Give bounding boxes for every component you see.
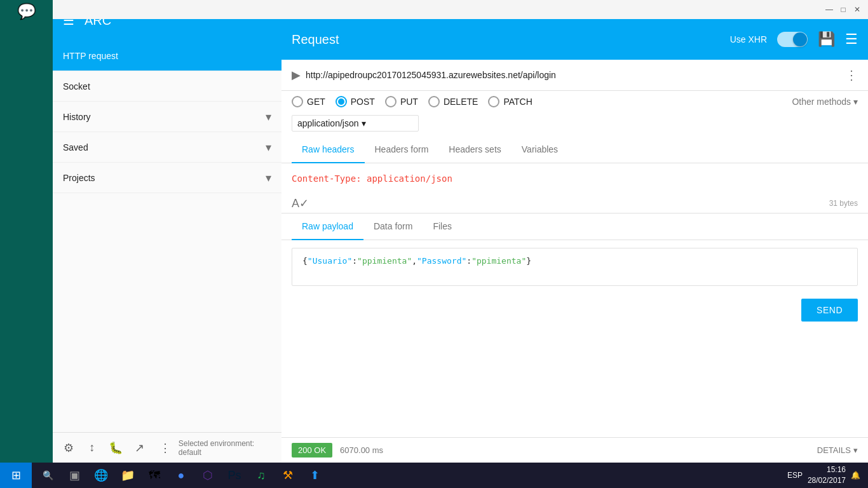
close-button[interactable]: ✕ bbox=[851, 4, 863, 15]
method-delete-label: DELETE bbox=[444, 97, 478, 107]
start-button[interactable]: ⊞ bbox=[0, 463, 32, 488]
json-value-usuario: "ppimienta" bbox=[357, 256, 412, 266]
taskbar-date: 28/02/2017 bbox=[808, 475, 846, 486]
sidebar-item-projects[interactable]: Projects ▾ bbox=[53, 163, 281, 193]
radio-post[interactable] bbox=[336, 96, 347, 107]
json-brace-open: { bbox=[302, 256, 308, 266]
taskbar-clock: 15:16 28/02/2017 bbox=[808, 464, 846, 486]
maximize-button[interactable]: □ bbox=[837, 4, 849, 15]
environment-label: Selected environment: default bbox=[179, 439, 276, 457]
top-bar: Request Use XHR 💾 ☰ bbox=[281, 19, 868, 60]
header-line: Content-Type: application/json bbox=[292, 173, 452, 184]
tab-variables[interactable]: Variables bbox=[512, 137, 568, 163]
json-key-password: "Password" bbox=[417, 256, 466, 266]
save-icon[interactable]: 💾 bbox=[818, 31, 835, 48]
taskbar-chrome[interactable]: ● bbox=[168, 464, 194, 487]
chevron-down-icon: ▾ bbox=[266, 171, 271, 185]
content-type-value: application/json bbox=[297, 118, 359, 128]
radio-delete[interactable] bbox=[428, 96, 440, 107]
method-post-label: POST bbox=[351, 97, 375, 107]
use-xhr-label: Use XHR bbox=[730, 34, 767, 44]
json-brace-close: } bbox=[526, 256, 531, 266]
tab-files[interactable]: Files bbox=[423, 214, 462, 240]
minimize-button[interactable]: — bbox=[824, 4, 835, 15]
sort-icon[interactable]: ↕ bbox=[81, 437, 102, 459]
taskbar-search[interactable]: 🔍 bbox=[34, 464, 61, 487]
content-type-select[interactable]: application/json ▾ bbox=[292, 115, 419, 132]
tab-raw-headers[interactable]: Raw headers bbox=[292, 137, 365, 163]
method-post[interactable]: POST bbox=[336, 96, 375, 107]
taskbar-vs[interactable]: ⬡ bbox=[194, 464, 221, 487]
external-link-icon[interactable]: ↗ bbox=[128, 437, 149, 459]
radio-put[interactable] bbox=[385, 96, 397, 107]
spell-check-icon[interactable]: A✓ bbox=[292, 196, 309, 210]
url-input[interactable] bbox=[306, 70, 840, 80]
xhr-toggle[interactable] bbox=[777, 32, 808, 47]
url-bar: ▶ ⋮ bbox=[281, 60, 868, 91]
taskbar-time: 15:16 bbox=[808, 464, 846, 475]
radio-patch[interactable] bbox=[488, 96, 499, 107]
sidebar-item-http-request[interactable]: HTTP request bbox=[53, 41, 281, 71]
details-label: DETAILS bbox=[817, 445, 851, 455]
other-methods-dropdown[interactable]: Other methods ▾ bbox=[792, 97, 858, 107]
sidebar-footer: ⚙ ↕ 🐛 ↗ ⋮ Selected environment: default bbox=[53, 432, 281, 463]
method-get[interactable]: GET bbox=[292, 96, 325, 107]
taskbar-items: 🔍 ▣ 🌐 📁 🗺 ● ⬡ Ps ♫ ⚒ ⬆ bbox=[32, 464, 780, 487]
taskbar-right: ESP 15:16 28/02/2017 🔔 bbox=[780, 464, 868, 486]
json-value-password: "ppimienta" bbox=[471, 256, 526, 266]
menu-icon[interactable]: ☰ bbox=[845, 31, 858, 48]
sidebar-nav: HTTP request Socket History ▾ Saved ▾ Pr… bbox=[53, 41, 281, 432]
taskbar-explorer[interactable]: 📁 bbox=[114, 464, 141, 487]
payload-editor[interactable]: {"Usuario":"ppimienta","Password":"ppimi… bbox=[292, 248, 858, 286]
method-patch[interactable]: PATCH bbox=[488, 96, 532, 107]
methods-row: GET POST PUT DELETE PATCH Other methods … bbox=[281, 91, 868, 112]
main-content: Request Use XHR 💾 ☰ ▶ ⋮ GET POST PUT bbox=[281, 19, 868, 463]
whatsapp-icon: 💬 bbox=[17, 3, 36, 20]
payload-tabs-bar: Raw payload Data form Files bbox=[281, 214, 868, 240]
url-more-icon[interactable]: ⋮ bbox=[845, 67, 858, 83]
details-link[interactable]: DETAILS ▾ bbox=[817, 445, 858, 455]
header-tabs-bar: Raw headers Headers form Headers sets Va… bbox=[281, 137, 868, 163]
send-row: SEND bbox=[281, 294, 868, 327]
tab-headers-sets[interactable]: Headers sets bbox=[438, 137, 511, 163]
method-delete[interactable]: DELETE bbox=[428, 96, 478, 107]
taskbar-tool[interactable]: ⚒ bbox=[275, 464, 301, 487]
taskbar-locale: ESP bbox=[787, 471, 803, 480]
tab-headers-form[interactable]: Headers form bbox=[365, 137, 439, 163]
method-put-label: PUT bbox=[400, 97, 418, 107]
radio-get[interactable] bbox=[292, 96, 303, 107]
window-chrome: — □ ✕ bbox=[53, 0, 868, 19]
sidebar-item-history[interactable]: History ▾ bbox=[53, 102, 281, 132]
chevron-down-icon: ▾ bbox=[266, 140, 271, 154]
tab-data-form[interactable]: Data form bbox=[363, 214, 423, 240]
status-row: 200 OK 6070.00 ms DETAILS ▾ bbox=[281, 437, 868, 463]
taskbar-upload[interactable]: ⬆ bbox=[301, 464, 328, 487]
headers-content: Content-Type: application/json bbox=[281, 163, 868, 194]
method-get-label: GET bbox=[307, 97, 325, 107]
content-type-row: application/json ▾ bbox=[281, 112, 868, 137]
taskbar-edge[interactable]: 🌐 bbox=[88, 464, 114, 487]
page-title: Request bbox=[292, 32, 720, 47]
settings-icon[interactable]: ⚙ bbox=[58, 437, 79, 459]
url-arrow-icon[interactable]: ▶ bbox=[292, 68, 301, 82]
notifications-icon[interactable]: 🔔 bbox=[851, 471, 860, 480]
whatsapp-sidebar: 💬 bbox=[0, 0, 53, 463]
taskbar-task-view[interactable]: ▣ bbox=[61, 464, 88, 487]
byte-count: 31 bytes bbox=[829, 199, 858, 208]
sidebar-item-socket[interactable]: Socket bbox=[53, 71, 281, 102]
status-badge: 200 OK bbox=[292, 443, 332, 458]
send-button[interactable]: SEND bbox=[801, 299, 858, 322]
tab-raw-payload[interactable]: Raw payload bbox=[292, 214, 363, 240]
chevron-down-icon: ▾ bbox=[362, 118, 413, 128]
taskbar: ⊞ 🔍 ▣ 🌐 📁 🗺 ● ⬡ Ps ♫ ⚒ ⬆ ESP 15:16 28/02… bbox=[0, 463, 868, 488]
byte-count-row: A✓ 31 bytes bbox=[281, 194, 868, 214]
chevron-down-icon: ▾ bbox=[853, 445, 858, 455]
sidebar-item-saved[interactable]: Saved ▾ bbox=[53, 132, 281, 163]
method-put[interactable]: PUT bbox=[385, 96, 418, 107]
more-options-icon[interactable]: ⋮ bbox=[155, 437, 176, 459]
taskbar-maps[interactable]: 🗺 bbox=[141, 464, 168, 487]
other-methods-label: Other methods bbox=[792, 97, 851, 107]
bug-icon[interactable]: 🐛 bbox=[105, 437, 126, 459]
taskbar-ps[interactable]: Ps bbox=[221, 464, 248, 487]
taskbar-spotify[interactable]: ♫ bbox=[248, 464, 275, 487]
